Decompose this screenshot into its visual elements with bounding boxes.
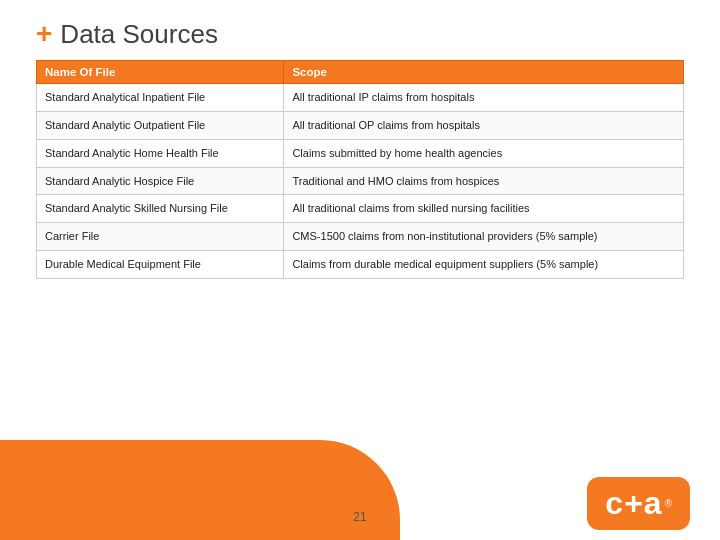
- slide-header: + Data Sources: [0, 0, 720, 60]
- wave-main: [0, 440, 400, 540]
- logo-text: c+a: [605, 485, 662, 522]
- table-row: Standard Analytic Home Health FileClaims…: [37, 139, 684, 167]
- company-logo: c+a®: [587, 477, 690, 530]
- slide-page: + Data Sources Name Of File Scope Standa…: [0, 0, 720, 540]
- cell-scope: Claims from durable medical equipment su…: [284, 251, 684, 279]
- cell-file-name: Carrier File: [37, 223, 284, 251]
- table-row: Durable Medical Equipment FileClaims fro…: [37, 251, 684, 279]
- table-row: Standard Analytic Outpatient FileAll tra…: [37, 111, 684, 139]
- cell-file-name: Standard Analytic Outpatient File: [37, 111, 284, 139]
- cell-scope: Claims submitted by home health agencies: [284, 139, 684, 167]
- registered-mark: ®: [665, 498, 672, 509]
- cell-scope: All traditional claims from skilled nurs…: [284, 195, 684, 223]
- cell-file-name: Durable Medical Equipment File: [37, 251, 284, 279]
- table-row: Standard Analytic Hospice FileTraditiona…: [37, 167, 684, 195]
- table-header-row: Name Of File Scope: [37, 61, 684, 84]
- cell-file-name: Standard Analytic Home Health File: [37, 139, 284, 167]
- table-row: Carrier FileCMS-1500 claims from non-ins…: [37, 223, 684, 251]
- cell-file-name: Standard Analytic Skilled Nursing File: [37, 195, 284, 223]
- cell-scope: All traditional OP claims from hospitals: [284, 111, 684, 139]
- cell-scope: CMS-1500 claims from non-institutional p…: [284, 223, 684, 251]
- page-number: 21: [353, 510, 366, 524]
- table-row: Standard Analytic Skilled Nursing FileAl…: [37, 195, 684, 223]
- cell-scope: Traditional and HMO claims from hospices: [284, 167, 684, 195]
- page-title: Data Sources: [60, 19, 218, 50]
- cell-file-name: Standard Analytical Inpatient File: [37, 84, 284, 112]
- col-header-scope: Scope: [284, 61, 684, 84]
- col-header-name: Name Of File: [37, 61, 284, 84]
- cell-file-name: Standard Analytic Hospice File: [37, 167, 284, 195]
- data-table-container: Name Of File Scope Standard Analytical I…: [36, 60, 684, 279]
- data-sources-table: Name Of File Scope Standard Analytical I…: [36, 60, 684, 279]
- table-row: Standard Analytical Inpatient FileAll tr…: [37, 84, 684, 112]
- plus-icon: +: [36, 18, 52, 50]
- cell-scope: All traditional IP claims from hospitals: [284, 84, 684, 112]
